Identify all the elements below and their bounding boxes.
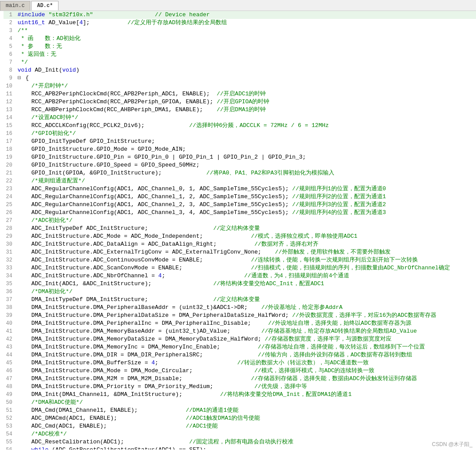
line-number: 35: [4, 280, 16, 288]
code-text: uint16_t AD_Value[4]; //定义用于存放AD转换结果的全局数…: [16, 19, 476, 27]
line-number: 39: [4, 312, 16, 319]
code-line: 49 DMA_Init(DMA1_Channel1, &DMA_InitStru…: [4, 391, 476, 399]
code-text: * 返回值：无: [16, 51, 476, 58]
code-line: 6 * 返回值：无: [4, 51, 476, 58]
line-number: 42: [4, 335, 16, 343]
tab-main-c[interactable]: main.c: [0, 1, 30, 11]
code-text: DMA_InitStructure.DMA_BufferSize = 4; //…: [16, 359, 476, 367]
line-number: 38: [4, 304, 16, 312]
code-text: /**: [16, 27, 476, 35]
line-number: 29: [4, 232, 16, 240]
code-text: /*开启时钟*/: [16, 82, 476, 90]
code-line: 17 GPIO_InitTypeDef GPIO_InitStructure;: [4, 138, 476, 145]
code-text: ADC_InitTypeDef ADC_InitStructure; //定义结…: [16, 225, 476, 232]
code-text: DMA_Cmd(DMA1_Channel1, ENABLE); //DMA1的通…: [16, 406, 476, 414]
line-number: 46: [4, 367, 16, 375]
code-text: RCC_ADCCLKConfig(RCC_PCLK2_Div6); //选择时钟…: [16, 122, 476, 130]
code-line: 11 RCC_APB2PeriphClockCmd(RCC_APB2Periph…: [4, 90, 476, 98]
code-text: ADC_Init(ADC1, &ADC_InitStructure); //将结…: [16, 280, 476, 288]
code-line: 48 DMA_InitStructure.DMA_Priority = DMA_…: [4, 383, 476, 391]
code-line: 39 DMA_InitStructure.DMA_PeripheralDataS…: [4, 312, 476, 319]
code-line: 21 GPIO_Init(GPIOA, &GPIO_InitStructure)…: [4, 169, 476, 177]
line-number: 28: [4, 225, 16, 232]
code-line: 51 DMA_Cmd(DMA1_Channel1, ENABLE); //DMA…: [4, 406, 476, 414]
code-text: ADC_RegularChannelConfig(ADC1, ADC_Chann…: [16, 201, 476, 209]
code-line: 5 * 参 数：无: [4, 43, 476, 51]
line-number: 52: [4, 414, 16, 422]
code-text: ADC_InitStructure.ADC_Mode = ADC_Mode_In…: [16, 232, 476, 240]
line-number: 27: [4, 217, 16, 225]
code-text: DMA_InitStructure.DMA_MemoryBaseAddr = (…: [16, 327, 476, 335]
code-line: 22 /*规则组通道配置*/: [4, 177, 476, 185]
code-line: 41 DMA_InitStructure.DMA_MemoryBaseAddr …: [4, 327, 476, 335]
line-number: 11: [4, 90, 16, 98]
code-line: 35 ADC_Init(ADC1, &ADC_InitStructure); /…: [4, 280, 476, 288]
line-number: 41: [4, 327, 16, 335]
line-number: 44: [4, 351, 16, 359]
code-line: 38 DMA_InitStructure.DMA_PeripheralBaseA…: [4, 304, 476, 312]
tab-ad-c[interactable]: AD.c*: [31, 1, 59, 11]
line-number: 30: [4, 240, 16, 248]
code-line: 36 /*DMA初始化*/: [4, 288, 476, 296]
line-number: 17: [4, 138, 16, 145]
line-number: 50: [4, 399, 16, 406]
code-text: /*GPIO初始化*/: [16, 130, 476, 138]
code-line: 37 DMA_InitTypeDef DMA_InitStructure; //…: [4, 296, 476, 304]
code-container: 1#include "stm32f10x.h" // Device header…: [0, 11, 476, 450]
code-text: DMA_InitStructure.DMA_MemoryInc = DMA_Me…: [16, 343, 476, 351]
code-line: 34 ADC_InitStructure.ADC_NbrOfChannel = …: [4, 272, 476, 280]
code-text: ADC_Cmd(ADC1, ENABLE); //ADC1使能: [16, 422, 476, 430]
code-line: 9⊟ {: [4, 74, 476, 82]
fold-icon[interactable]: ⊟: [18, 75, 25, 81]
line-number: 19: [4, 153, 16, 161]
code-content[interactable]: 1#include "stm32f10x.h" // Device header…: [0, 11, 476, 450]
code-text: ADC_InitStructure.ADC_ExternalTrigConv =…: [16, 248, 476, 256]
code-text: /*设置ADC时钟*/: [16, 114, 476, 122]
code-text: ADC_RegularChannelConfig(ADC1, ADC_Chann…: [16, 193, 476, 201]
line-number: 51: [4, 406, 16, 414]
code-line: 42 DMA_InitStructure.DMA_MemoryDataSize …: [4, 335, 476, 343]
code-line: 24 ADC_RegularChannelConfig(ADC1, ADC_Ch…: [4, 193, 476, 201]
code-text: * 函 数：AD初始化: [16, 35, 476, 43]
code-line: 52 ADC_DMACmd(ADC1, ENABLE); //ADC1触发DMA…: [4, 414, 476, 422]
code-line: 47 DMA_InitStructure.DMA_M2M = DMA_M2M_D…: [4, 375, 476, 383]
line-number: 7: [4, 58, 16, 66]
code-text: DMA_InitStructure.DMA_MemoryDataSize = D…: [16, 335, 476, 343]
line-number: 18: [4, 145, 16, 153]
code-line: 23 ADC_RegularChannelConfig(ADC1, ADC_Ch…: [4, 185, 476, 193]
code-line: 14 /*设置ADC时钟*/: [4, 114, 476, 122]
code-text: ADC_DMACmd(ADC1, ENABLE); //ADC1触发DMA1的信…: [16, 414, 476, 422]
line-number: 34: [4, 272, 16, 280]
code-line: 56 while (ADC_GetResetCalibrationStatus(…: [4, 446, 476, 450]
code-line: 25 ADC_RegularChannelConfig(ADC1, ADC_Ch…: [4, 201, 476, 209]
code-line: 10 /*开启时钟*/: [4, 82, 476, 90]
code-text: DMA_InitStructure.DMA_M2M = DMA_M2M_Disa…: [16, 375, 476, 383]
code-text: /*DMA初始化*/: [16, 288, 476, 296]
code-line: 27 /*ADC初始化*/: [4, 217, 476, 225]
line-number: 16: [4, 130, 16, 138]
code-text: DMA_InitStructure.DMA_PeripheralInc = DM…: [16, 319, 476, 327]
code-text: DMA_InitStructure.DMA_Priority = DMA_Pri…: [16, 383, 476, 391]
code-text: /*DMA和ADC使能*/: [16, 399, 476, 406]
code-text: GPIO_InitStructure.GPIO_Speed = GPIO_Spe…: [16, 161, 476, 169]
line-number: 20: [4, 161, 16, 169]
code-line: 29 ADC_InitStructure.ADC_Mode = ADC_Mode…: [4, 232, 476, 240]
code-line: 4 * 函 数：AD初始化: [4, 35, 476, 43]
line-number: 2: [4, 19, 16, 27]
code-text: */: [16, 58, 476, 66]
line-number: 56: [4, 446, 16, 450]
line-number: 13: [4, 106, 16, 114]
line-number: 1: [4, 11, 16, 19]
code-line: 2uint16_t AD_Value[4]; //定义用于存放AD转换结果的全局…: [4, 19, 476, 27]
line-number: 54: [4, 430, 16, 438]
code-text: ADC_InitStructure.ADC_NbrOfChannel = 4; …: [16, 272, 476, 280]
code-text: DMA_InitStructure.DMA_PeripheralDataSize…: [16, 312, 476, 319]
code-line: 43 DMA_InitStructure.DMA_MemoryInc = DMA…: [4, 343, 476, 351]
code-line: 1#include "stm32f10x.h" // Device header: [4, 11, 476, 19]
code-line: 20 GPIO_InitStructure.GPIO_Speed = GPIO_…: [4, 161, 476, 169]
code-text: void AD_Init(void): [16, 66, 476, 74]
code-text: ADC_InitStructure.ADC_ScanConvMode = ENA…: [16, 264, 476, 272]
code-text: /*规则组通道配置*/: [16, 177, 476, 185]
line-number: 47: [4, 375, 16, 383]
code-line: 18 GPIO_InitStructure.GPIO_Mode = GPIO_M…: [4, 145, 476, 153]
